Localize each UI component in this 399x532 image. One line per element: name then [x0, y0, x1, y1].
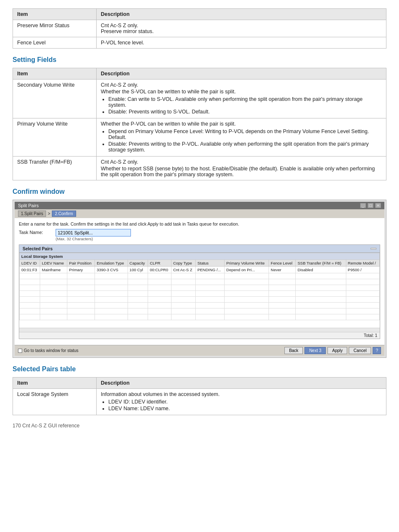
sf-item: Primary Volume Write — [13, 118, 97, 157]
cw-breadcrumb: 1.Split Pairs > 2.Confirm — [15, 209, 384, 218]
cw-status-label: Go to tasks window for status — [24, 348, 79, 353]
confirm-window-container: Split Pairs _ □ × 1.Split Pairs > 2.Conf… — [13, 200, 386, 358]
sf-desc: Cnt Ac-S Z only.Whether the S-VOL can be… — [97, 80, 386, 118]
spt-item: Local Storage System — [13, 389, 97, 415]
spt-desc: Information about volumes in the accesse… — [97, 389, 386, 415]
top-table-col2-header: Description — [97, 9, 386, 20]
sp-table-cell: 100 Cyl — [128, 267, 148, 273]
top-table-item: Fence Level — [13, 37, 97, 49]
sf-desc: Cnt Ac-S Z only.Whether to report SSB (s… — [97, 157, 386, 180]
restore-icon[interactable]: □ — [368, 203, 373, 208]
cw-next-button[interactable]: Next 3 — [304, 347, 326, 354]
spt-col2-header: Description — [97, 378, 386, 389]
sp-col-header: CLPR — [148, 260, 171, 267]
cw-taskname-row: Task Name: (Max. 32 Characters) — [19, 229, 380, 241]
close-icon[interactable]: × — [375, 203, 381, 208]
cw-taskname-hint: (Max. 32 Characters) — [56, 236, 131, 241]
page-footer: 170 Cnt Ac-S Z GUI reference — [13, 423, 386, 429]
sp-table-cell: 3390-3 CVS — [95, 267, 128, 273]
sp-table: Local Storage System LDEV IDLDEV NamePai… — [19, 253, 380, 320]
breadcrumb-sep: > — [48, 211, 50, 216]
cw-body: Enter a name for the task. Confirm the s… — [15, 218, 384, 345]
sp-col-header: Primary Volume Write — [225, 260, 269, 267]
sf-col1-header: Item — [13, 68, 97, 80]
sp-col-header: LDEV ID — [20, 260, 40, 267]
confirm-window-title: Confirm window — [13, 188, 386, 195]
sp-table-cell: Primary — [67, 267, 95, 273]
sp-empty-row — [20, 297, 380, 303]
cw-help-button[interactable]: ? — [373, 347, 381, 354]
cw-footer: Go to tasks window for status Back Next … — [15, 345, 384, 356]
sp-table-cell: PENDING /... — [195, 267, 224, 273]
sp-col-header: Pair Position — [67, 260, 95, 267]
breadcrumb-step1[interactable]: 1.Split Pairs — [18, 211, 46, 217]
sp-table-cell: Mainframe — [40, 267, 67, 273]
cw-window-title: Split Pairs — [18, 203, 39, 208]
top-table-col1-header: Item — [13, 9, 97, 20]
sf-col2-header: Description — [97, 68, 386, 80]
cw-cancel-button[interactable]: Cancel — [349, 347, 371, 354]
sp-empty-row — [20, 285, 380, 291]
sp-col-header: LDEV Name — [40, 260, 67, 267]
sp-empty-row — [20, 314, 380, 320]
sp-col-header: Status — [195, 260, 224, 267]
sf-bullet: Depend on Primary Volume Fence Level: Wr… — [108, 129, 382, 140]
spt-bullet: LDEV ID: LDEV identifier. — [108, 399, 382, 405]
breadcrumb-step2[interactable]: 2.Confirm — [52, 211, 76, 217]
sp-col-header: Capacity — [128, 260, 148, 267]
sp-empty-row — [20, 308, 380, 314]
cw-status-checkbox[interactable] — [18, 349, 22, 353]
sp-col-header: Fence Level — [269, 260, 296, 267]
sp-total: Total: 1 — [19, 332, 380, 339]
minimize-icon[interactable]: _ — [360, 203, 366, 208]
sp-col-header: SSB Transfer (F/M = FB) — [296, 260, 346, 267]
setting-fields-table: Item Description Secondary Volume WriteC… — [13, 68, 386, 180]
cw-footer-left: Go to tasks window for status — [18, 348, 283, 353]
cw-taskname-label: Task Name: — [19, 229, 52, 235]
sp-scrollbar[interactable] — [19, 328, 380, 332]
sp-empty-row — [20, 273, 380, 279]
sf-desc: Whether the P-VOL can be written to whil… — [97, 118, 386, 157]
sp-table-cell: 00:01:F3 — [20, 267, 40, 273]
cw-instruction: Enter a name for the task. Confirm the s… — [19, 221, 380, 226]
top-table: Item Description Preserve Mirror StatusC… — [13, 8, 386, 49]
top-table-item: Preserve Mirror Status — [13, 20, 97, 37]
sp-panel-title-label: Selected Pairs — [23, 246, 53, 251]
sp-table-cell: 00:CLPR0 — [148, 267, 171, 273]
cw-taskname-input[interactable] — [56, 229, 131, 236]
top-table-desc: P-VOL fence level. — [97, 37, 386, 49]
sp-panel-title: Selected Pairs — [19, 245, 380, 253]
sp-table-cell: Never — [269, 267, 296, 273]
cw-back-button[interactable]: Back — [284, 347, 303, 354]
sf-item: Secondary Volume Write — [13, 80, 97, 118]
sp-empty-row — [20, 303, 380, 308]
sp-table-cell: Depend on Pri... — [225, 267, 269, 273]
sp-empty-row — [20, 279, 380, 285]
sf-bullet: Disable: Prevents writing to S-VOL. Defa… — [108, 109, 382, 115]
sp-panel: Selected Pairs Local Storage System LDEV… — [19, 244, 380, 339]
selected-pairs-table: Item Description Local Storage SystemInf… — [13, 377, 386, 415]
top-table-desc: Cnt Ac-S Z only.Preserve mirror status. — [97, 20, 386, 37]
spt-col1-header: Item — [13, 378, 97, 389]
setting-fields-title: Setting Fields — [13, 56, 386, 64]
sp-table-cell: P9500 / — [346, 267, 379, 273]
cw-taskname-input-wrap: (Max. 32 Characters) — [56, 229, 131, 241]
sf-item: SSB Transfer (F/M=FB) — [13, 157, 97, 180]
sf-bullet: Disable: Prevents writing to the P-VOL. … — [108, 141, 382, 153]
sf-bullet: Enable: Can write to S-VOL. Available on… — [108, 96, 382, 108]
sp-empty-row — [20, 291, 380, 297]
cw-titlebar-icons: _ □ × — [360, 203, 381, 208]
sp-table-cell: Cnt Ac-S Z — [171, 267, 195, 273]
sp-col-header: Emulation Type — [95, 260, 128, 267]
sp-group-header: Local Storage System — [20, 253, 380, 260]
sp-col-header: Copy Type — [171, 260, 195, 267]
cw-apply-button[interactable]: Apply — [327, 347, 347, 354]
sp-table-wrap: Local Storage System LDEV IDLDEV NamePai… — [19, 253, 380, 328]
cw-titlebar: Split Pairs _ □ × — [15, 202, 384, 209]
spt-bullet: LDEV Name: LDEV name. — [108, 406, 382, 411]
sp-panel-button[interactable] — [371, 248, 376, 249]
sp-col-header: Remote Model / — [346, 260, 379, 267]
sp-table-row: 00:01:F3MainframePrimary3390-3 CVS100 Cy… — [20, 267, 380, 273]
selected-pairs-table-title: Selected Pairs table — [13, 365, 386, 373]
sp-table-cell: Disabled — [296, 267, 346, 273]
